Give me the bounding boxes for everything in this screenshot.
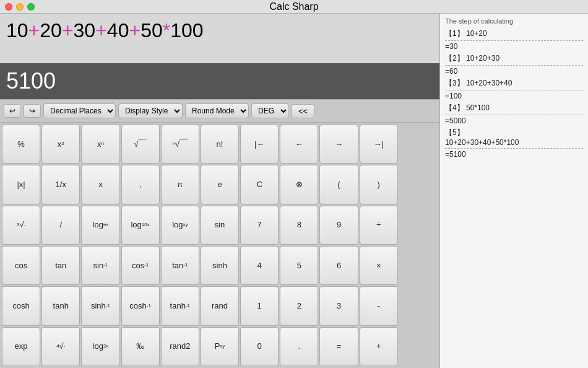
key-open-paren[interactable]: ( bbox=[319, 165, 358, 204]
expr-part: 20 bbox=[40, 19, 62, 42]
expr-part: 40 bbox=[107, 19, 129, 42]
key-dot[interactable]: . bbox=[280, 327, 318, 366]
key-3[interactable]: 3 bbox=[319, 286, 358, 325]
key-ln[interactable]: logex bbox=[81, 206, 119, 245]
expr-part: 100 bbox=[170, 19, 203, 42]
key-div-symbol[interactable]: ÷ bbox=[360, 206, 398, 245]
key-backspace[interactable]: ⊗ bbox=[280, 165, 318, 204]
step-block-4: 【4】 50*100 =5000 bbox=[445, 103, 583, 125]
step-3-result: =100 bbox=[445, 92, 583, 100]
key-clear[interactable]: C bbox=[240, 165, 279, 204]
step-2-result: =60 bbox=[445, 67, 583, 76]
key-6[interactable]: 6 bbox=[319, 246, 358, 285]
key-jump-start[interactable]: |← bbox=[240, 125, 279, 164]
minimize-button[interactable] bbox=[16, 3, 24, 11]
key-2[interactable]: 2 bbox=[280, 286, 318, 325]
key-close-paren[interactable]: ) bbox=[360, 165, 398, 204]
key-acosh[interactable]: cosh-1 bbox=[121, 286, 160, 325]
expr-part: 50 bbox=[141, 19, 163, 42]
key-plus[interactable]: + bbox=[360, 327, 398, 366]
key-cosh[interactable]: cosh bbox=[2, 286, 40, 325]
key-nth-sqrt[interactable]: n√ bbox=[161, 125, 199, 164]
key-8[interactable]: 8 bbox=[280, 206, 318, 245]
step-4-result: =5000 bbox=[445, 116, 583, 125]
close-button[interactable] bbox=[5, 3, 12, 11]
keypad: % x2 xn √ n√ n! |← ← → →| |x| 1/x x , π … bbox=[0, 123, 439, 368]
key-e[interactable]: e bbox=[201, 165, 239, 204]
steps-panel: The step of calculating 【1】 10+20 =30 【2… bbox=[439, 14, 588, 368]
key-abs[interactable]: |x| bbox=[2, 165, 40, 204]
step-block-5: 【5】10+20+30+40+50*100 =5100 bbox=[445, 128, 583, 159]
key-7[interactable]: 7 bbox=[240, 206, 279, 245]
back-button[interactable]: << bbox=[292, 104, 314, 118]
key-pxy[interactable]: Pxy bbox=[201, 327, 239, 366]
key-divide-op[interactable]: / bbox=[41, 206, 80, 245]
expr-part: 30 bbox=[74, 19, 96, 42]
step-2-divider bbox=[445, 65, 583, 66]
expression-display: 10+20+30+40+50*100 bbox=[0, 14, 439, 63]
result-display: 5100 bbox=[0, 63, 439, 99]
steps-title: The step of calculating bbox=[445, 17, 583, 25]
key-log10[interactable]: log10x bbox=[121, 206, 160, 245]
step-1-result: =30 bbox=[445, 42, 583, 51]
key-factorial[interactable]: n! bbox=[201, 125, 239, 164]
key-pi[interactable]: π bbox=[161, 165, 199, 204]
key-left[interactable]: ← bbox=[280, 125, 318, 164]
expr-part: + bbox=[129, 19, 141, 42]
key-rand2[interactable]: rand2 bbox=[161, 327, 199, 366]
expr-part: + bbox=[62, 19, 74, 42]
key-tan[interactable]: tan bbox=[41, 246, 80, 285]
key-multiply[interactable]: × bbox=[360, 246, 398, 285]
key-right[interactable]: → bbox=[319, 125, 358, 164]
key-reciprocal[interactable]: 1/x bbox=[41, 165, 80, 204]
key-0[interactable]: 0 bbox=[240, 327, 279, 366]
undo-button[interactable]: ↩ bbox=[4, 104, 21, 118]
key-x[interactable]: x bbox=[81, 165, 119, 204]
key-logy[interactable]: logxy bbox=[161, 206, 199, 245]
step-1-divider bbox=[445, 40, 583, 41]
key-jump-end[interactable]: →| bbox=[360, 125, 398, 164]
calculator-section: 10+20+30+40+50*100 5100 ↩ ↪ Decimal Plac… bbox=[0, 14, 439, 368]
key-tanh[interactable]: tanh bbox=[41, 286, 80, 325]
key-cbrt[interactable]: 3√- bbox=[2, 206, 40, 245]
key-9[interactable]: 9 bbox=[319, 206, 358, 245]
maximize-button[interactable] bbox=[27, 3, 35, 11]
step-5-result: =5100 bbox=[445, 150, 583, 159]
key-5[interactable]: 5 bbox=[280, 246, 318, 285]
key-4[interactable]: 4 bbox=[240, 246, 279, 285]
key-permille[interactable]: ‰ bbox=[121, 327, 160, 366]
key-x2[interactable]: x2 bbox=[41, 125, 80, 164]
key-asinh[interactable]: sinh-1 bbox=[81, 286, 119, 325]
step-3-expr: 【3】 10+20+30+40 bbox=[445, 78, 583, 89]
step-5-divider bbox=[445, 148, 583, 149]
key-minus[interactable]: - bbox=[360, 286, 398, 325]
key-percent[interactable]: % bbox=[2, 125, 40, 164]
expr-part: + bbox=[28, 19, 40, 42]
key-exp[interactable]: exp bbox=[2, 327, 40, 366]
deg-select[interactable]: DEG bbox=[251, 103, 289, 118]
key-rand[interactable]: rand bbox=[201, 286, 239, 325]
key-xn[interactable]: xn bbox=[81, 125, 119, 164]
key-atanh[interactable]: tanh-1 bbox=[161, 286, 199, 325]
redo-button[interactable]: ↪ bbox=[24, 104, 41, 118]
key-sqrt[interactable]: √ bbox=[121, 125, 160, 164]
expr-part: * bbox=[163, 19, 170, 42]
key-sin[interactable]: sin bbox=[201, 206, 239, 245]
decimal-places-select[interactable]: Decimal Places bbox=[43, 103, 116, 118]
step-block-3: 【3】 10+20+30+40 =100 bbox=[445, 78, 583, 100]
key-atan[interactable]: tan-1 bbox=[161, 246, 199, 285]
key-comma[interactable]: , bbox=[121, 165, 160, 204]
step-1-expr: 【1】 10+20 bbox=[445, 28, 583, 39]
step-4-divider bbox=[445, 115, 583, 115]
round-mode-select[interactable]: Round Mode bbox=[185, 103, 249, 118]
key-log2[interactable]: log2x bbox=[81, 327, 119, 366]
key-asin[interactable]: sin-1 bbox=[81, 246, 119, 285]
key-1[interactable]: 1 bbox=[240, 286, 279, 325]
window-title: Calc Sharp bbox=[269, 1, 318, 12]
key-cos[interactable]: cos bbox=[2, 246, 40, 285]
key-equals[interactable]: = bbox=[319, 327, 358, 366]
key-sinh[interactable]: sinh bbox=[201, 246, 239, 285]
key-acos[interactable]: cos-1 bbox=[121, 246, 160, 285]
key-4rt[interactable]: 4√- bbox=[41, 327, 80, 366]
display-style-select[interactable]: Display Style bbox=[118, 103, 183, 118]
